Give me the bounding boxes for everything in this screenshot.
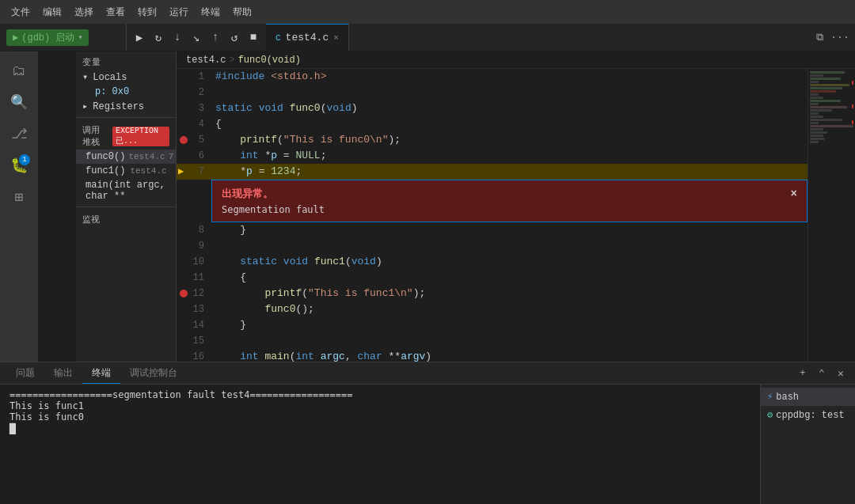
stack-frame-2[interactable]: main(int argc, char ** (76, 178, 176, 203)
code-line-2: 2 (177, 85, 808, 100)
cppdbg-icon: ⚙ (767, 409, 773, 421)
debug-btn-stop[interactable]: ■ (245, 29, 261, 45)
menu-view[interactable]: 查看 (101, 4, 130, 21)
session-bash[interactable]: ⚡ bash (761, 388, 855, 406)
menu-edit[interactable]: 编辑 (38, 4, 66, 21)
minimap-content (808, 69, 855, 146)
session-cppdbg[interactable]: ⚙ cppdbg: test (761, 406, 855, 424)
code-line-12: 12 printf("This is func1\n"); (177, 286, 808, 301)
bash-icon: ⚡ (767, 391, 773, 403)
menu-select[interactable]: 选择 (70, 4, 98, 21)
debug-label[interactable]: ▶ (gdb) 启动 ▾ (6, 29, 89, 46)
variables-section: 变量 (76, 51, 176, 70)
sidebar-icon-search[interactable]: 🔍 (6, 89, 32, 115)
code-line-1: 1 #include <stdio.h> (177, 69, 808, 85)
terminal-output[interactable]: ==================segmentation fault tes… (0, 385, 760, 504)
code-line-8: 8 } (177, 222, 808, 238)
session-cppdbg-label: cppdbg: test (776, 410, 844, 421)
session-bash-label: bash (776, 392, 799, 403)
debug-btn-continue[interactable]: ▶ (131, 29, 147, 45)
sidebar-panel: 变量 Locals p: 0x0 Registers 调用堆栈 EXCEPTIO… (76, 51, 177, 362)
code-line-16: 16 int main(int argc, char **argv) (177, 349, 808, 362)
stack-fn-2: main(int argc, char ** (86, 180, 169, 202)
code-line-11: 11 { (177, 270, 808, 286)
debug-session-label: (gdb) 启动 (21, 31, 74, 44)
exception-close-btn[interactable]: × (791, 188, 797, 200)
tab-terminal[interactable]: 终端 (82, 363, 120, 384)
debug-btn-step-out[interactable]: ↑ (207, 29, 223, 45)
menu-file[interactable]: 文件 (6, 4, 35, 21)
close-icon[interactable]: × (333, 33, 339, 43)
stack-file-1: test4.c (130, 166, 166, 176)
sidebar-icon-git[interactable]: ⎇ (6, 121, 32, 146)
bottom-tabs: 问题 输出 终端 调试控制台 + ⌃ ✕ (0, 362, 855, 385)
stack-fn-1: func1() (86, 165, 125, 176)
file-icon: C (276, 33, 281, 43)
main-area: 🗂 🔍 ⎇ 🐛 1 ⊞ 变量 Locals p: 0x0 Registers 调… (0, 51, 855, 362)
bottom-tab-actions: + ⌃ ✕ (795, 366, 849, 381)
chevron-down-icon[interactable]: ▾ (78, 32, 82, 42)
watch-header: 监视 (76, 210, 176, 227)
breadcrumb-sep1: > (229, 55, 234, 66)
terminal-line-2: This is func1 (10, 400, 750, 411)
split-terminal-icon[interactable]: ⌃ (814, 366, 830, 381)
terminal-cursor: █ (10, 423, 16, 434)
terminal-line-3: This is func0 (10, 411, 750, 423)
play-icon: ▶ (13, 32, 18, 44)
exception-message: Segmentation fault (222, 204, 797, 215)
code-line-15: 15 (177, 333, 808, 349)
locals-item[interactable]: Locals (76, 70, 176, 85)
sidebar-icon-extensions[interactable]: ⊞ (6, 184, 32, 210)
debug-badge: 1 (19, 154, 30, 165)
stack-file-0: test4.c (128, 152, 165, 161)
call-stack-header: 调用堆栈 EXCEPTION 已... (76, 121, 176, 150)
debug-btn-step-over[interactable]: ↓ (169, 29, 185, 45)
p-var-item[interactable]: p: 0x0 (76, 85, 176, 99)
tab-output[interactable]: 输出 (44, 363, 82, 383)
menu-run[interactable]: 运行 (165, 4, 193, 21)
close-panel-icon[interactable]: ✕ (833, 366, 849, 381)
terminal-sessions: ⚡ bash ⚙ cppdbg: test (760, 385, 855, 504)
code-line-7: ▶ 7 *p = 1234; (177, 164, 808, 180)
debug-toolbar: ▶ (gdb) 启动 ▾ (0, 24, 127, 51)
tab-bar: ▶ (gdb) 启动 ▾ ▶ ↻ ↓ ↘ ↑ ↺ ■ C test4.c × ⧉… (0, 24, 855, 51)
stack-line-0: 7:1 (169, 152, 177, 161)
exception-badge: EXCEPTION 已... (112, 127, 169, 146)
tab-test4c[interactable]: C test4.c × (266, 24, 349, 51)
tab-debug-console[interactable]: 调试控制台 (120, 363, 187, 383)
debug-btn-restart[interactable]: ↺ (226, 29, 242, 45)
menu-help[interactable]: 帮助 (228, 4, 256, 21)
code-line-5: 5 printf("This is func0\n"); (177, 132, 808, 148)
code-line-14: 14 } (177, 317, 808, 333)
sidebar-icon-debug[interactable]: 🐛 1 (6, 153, 32, 178)
registers-item[interactable]: Registers (76, 99, 176, 114)
terminal-line-1: ==================segmentation fault tes… (10, 389, 750, 400)
breakpoint-5[interactable] (180, 136, 188, 144)
menu-terminal[interactable]: 终端 (196, 4, 225, 21)
breadcrumb-file: test4.c (186, 55, 226, 66)
exception-title: 出现异常。 × (222, 187, 797, 201)
editor-area: test4.c > func0(void) 1 #include <stdio.… (177, 51, 855, 362)
menu-goto[interactable]: 转到 (133, 4, 162, 21)
stack-frame-0[interactable]: func0() test4.c 7:1 (76, 150, 176, 164)
breakpoint-12[interactable] (180, 290, 188, 297)
breadcrumb-symbol: func0(void) (238, 55, 301, 66)
sidebar-icon-explorer[interactable]: 🗂 (6, 58, 32, 83)
debug-btn-step-into[interactable]: ↘ (188, 29, 204, 45)
code-line-10: 10 static void func1(void) (177, 254, 808, 270)
debug-btn-refresh[interactable]: ↻ (150, 29, 166, 45)
code-line-4: 4 { (177, 116, 808, 132)
split-editor-icon[interactable]: ⧉ (811, 28, 828, 46)
exception-popup: 出现异常。 × Segmentation fault (211, 180, 808, 222)
stack-frame-1[interactable]: func1() test4.c (76, 164, 176, 178)
code-line-6: 6 int *p = NULL; (177, 148, 808, 164)
add-terminal-icon[interactable]: + (795, 366, 811, 381)
breadcrumb: test4.c > func0(void) (177, 51, 855, 69)
more-actions-icon[interactable]: ··· (831, 28, 849, 46)
code-lines[interactable]: 1 #include <stdio.h> 2 3 static void fun… (177, 69, 808, 362)
minimap (808, 69, 855, 362)
tab-label: test4.c (286, 32, 329, 44)
tab-actions: ⧉ ··· (804, 24, 855, 51)
code-line-3: 3 static void func0(void) (177, 100, 808, 116)
tab-problems[interactable]: 问题 (6, 363, 44, 383)
